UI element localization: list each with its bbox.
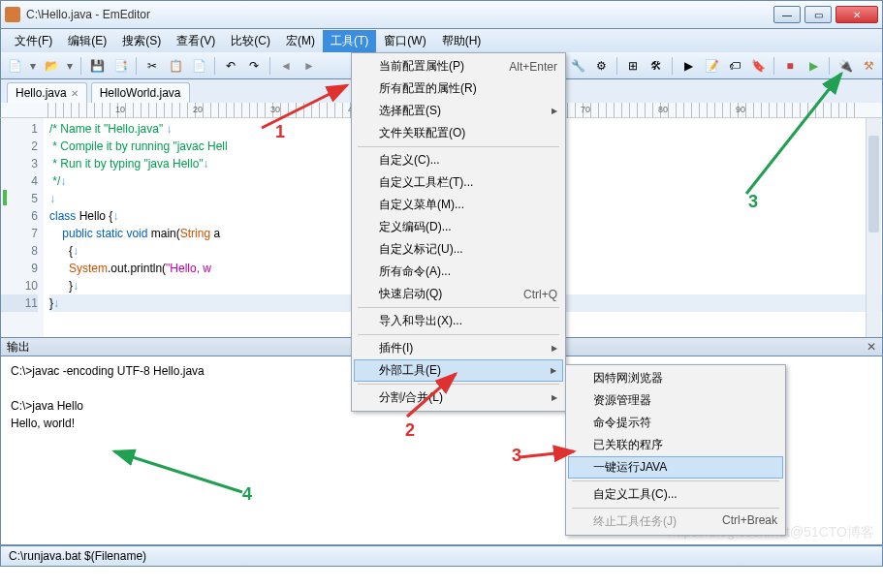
menuitem[interactable]: 快速启动(Q)Ctrl+Q <box>354 283 563 305</box>
menu-工具[interactable]: 工具(T) <box>323 30 376 52</box>
close-icon[interactable]: ✕ <box>71 88 79 99</box>
vertical-scrollbar[interactable] <box>866 118 881 337</box>
external-tool-icon[interactable]: ⚒ <box>859 56 878 76</box>
macro-record-icon[interactable]: ▶ <box>678 56 698 76</box>
annotation-4: 4 <box>242 484 252 505</box>
close-icon[interactable]: ✕ <box>867 340 876 354</box>
submenu-item[interactable]: 命令提示符 <box>568 412 783 434</box>
menu-比较[interactable]: 比较(C) <box>223 30 278 52</box>
menuitem[interactable]: 导入和导出(X)... <box>354 310 563 332</box>
menu-窗口[interactable]: 窗口(W) <box>376 30 433 52</box>
gear-icon[interactable]: ⚙ <box>591 56 611 76</box>
output-title: 输出 <box>7 339 30 356</box>
copy-icon[interactable]: 📋 <box>166 56 185 76</box>
menuitem[interactable]: 分割/合并(L)▶ <box>354 387 563 409</box>
close-button[interactable]: ✕ <box>836 6 878 23</box>
menu-bar: 文件(F)编辑(E)搜索(S)查看(V)比较(C)宏(M)工具(T)窗口(W)帮… <box>0 29 883 52</box>
macro-icon[interactable]: 📝 <box>702 56 721 76</box>
back-icon[interactable]: ◄ <box>276 56 296 76</box>
change-marker <box>3 190 7 205</box>
submenu-item: 终止工具任务(J)Ctrl+Break <box>568 511 783 533</box>
save-all-icon[interactable]: 📑 <box>110 56 130 76</box>
dropdown-icon[interactable]: ▾ <box>28 56 38 76</box>
tab-helloworld[interactable]: HelloWorld.java <box>91 82 190 103</box>
menuitem[interactable]: 自定义工具栏(T)... <box>354 171 563 194</box>
app-icon <box>5 7 20 22</box>
annotation-3: 3 <box>512 446 521 466</box>
forward-icon[interactable]: ► <box>300 56 319 76</box>
submenu-item[interactable]: 资源管理器 <box>568 389 783 412</box>
maximize-button[interactable]: ▭ <box>804 6 832 23</box>
status-bar: C:\runjava.bat $(Filename) <box>0 545 883 567</box>
window-icon[interactable]: ⊞ <box>623 56 643 76</box>
plugin-icon[interactable]: 🔌 <box>836 56 855 76</box>
menu-编辑[interactable]: 编辑(E) <box>60 30 114 52</box>
menuitem[interactable]: 自定义(C)... <box>354 149 563 171</box>
marker-icon[interactable]: 🏷 <box>725 56 744 76</box>
undo-icon[interactable]: ↶ <box>221 56 240 76</box>
minimize-button[interactable]: — <box>773 6 801 23</box>
tab-label: HelloWorld.java <box>100 86 181 100</box>
bookmark-icon[interactable]: 🔖 <box>748 56 768 76</box>
menuitem[interactable]: 自定义菜单(M)... <box>354 194 563 216</box>
submenu-item[interactable]: 一键运行JAVA <box>568 456 783 479</box>
stop-icon[interactable]: ■ <box>780 56 800 76</box>
menuitem[interactable]: 自定义标记(U)... <box>354 238 563 261</box>
dropdown-icon[interactable]: ▾ <box>65 56 75 76</box>
title-bar: C:\Hello.java - EmEditor — ▭ ✕ <box>0 0 883 29</box>
menuitem[interactable]: 插件(I)▶ <box>354 337 563 359</box>
menuitem[interactable]: 定义编码(D)... <box>354 216 563 238</box>
menuitem[interactable]: 所有命令(A)... <box>354 261 563 283</box>
tool-icon[interactable]: 🔧 <box>568 56 587 76</box>
play-icon[interactable]: ▶ <box>804 56 823 76</box>
open-icon[interactable]: 📂 <box>42 56 61 76</box>
menu-文件[interactable]: 文件(F) <box>7 30 60 52</box>
tab-label: Hello.java <box>16 86 67 100</box>
submenu-item[interactable]: 自定义工具(C)... <box>568 483 783 506</box>
menuitem[interactable]: 所有配置的属性(R) <box>354 77 563 100</box>
cut-icon[interactable]: ✂ <box>142 56 162 76</box>
menuitem[interactable]: 外部工具(E)▶ <box>354 359 563 382</box>
menu-帮助[interactable]: 帮助(H) <box>434 30 489 52</box>
paste-icon[interactable]: 📄 <box>189 56 208 76</box>
annotation-2: 2 <box>405 420 415 441</box>
redo-icon[interactable]: ↷ <box>244 56 264 76</box>
save-icon[interactable]: 💾 <box>87 56 107 76</box>
menuitem[interactable]: 当前配置属性(P)Alt+Enter <box>354 55 563 77</box>
window-title: C:\Hello.java - EmEditor <box>26 8 773 21</box>
menu-搜索[interactable]: 搜索(S) <box>114 30 169 52</box>
tab-hello[interactable]: Hello.java ✕ <box>7 82 87 103</box>
menu-宏[interactable]: 宏(M) <box>278 30 323 52</box>
submenu-item[interactable]: 已关联的程序 <box>568 434 783 456</box>
tools-menu: 当前配置属性(P)Alt+Enter所有配置的属性(R)选择配置(S)▶文件关联… <box>351 52 566 412</box>
line-gutter: 1234567891011 <box>1 118 44 337</box>
annotation-green-3: 3 <box>748 192 758 212</box>
submenu-item[interactable]: 因特网浏览器 <box>568 367 783 389</box>
status-text: C:\runjava.bat $(Filename) <box>9 549 146 563</box>
menuitem[interactable]: 文件关联配置(O) <box>354 122 563 144</box>
menuitem[interactable]: 选择配置(S)▶ <box>354 100 563 122</box>
external-tools-submenu: 因特网浏览器资源管理器命令提示符已关联的程序一键运行JAVA自定义工具(C)..… <box>565 364 786 536</box>
tool-icon[interactable]: 🛠 <box>646 56 666 76</box>
new-icon[interactable]: 📄 <box>5 56 24 76</box>
annotation-1: 1 <box>275 122 285 142</box>
menu-查看[interactable]: 查看(V) <box>169 30 223 52</box>
